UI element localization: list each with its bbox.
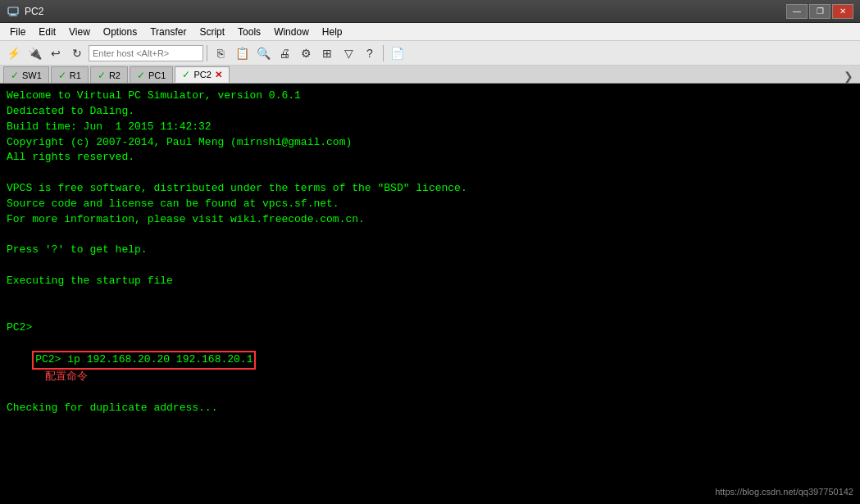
term-line-8: For more information, please visit wiki.…: [7, 212, 853, 228]
tab-pc1-check: ✓: [137, 70, 145, 81]
term-line-exec: Executing the startup file: [7, 274, 853, 289]
paste-button[interactable]: 📋: [232, 44, 252, 62]
menu-script[interactable]: Script: [193, 25, 231, 39]
tab-pc1[interactable]: ✓ PC1: [130, 66, 173, 83]
svg-rect-0: [8, 7, 18, 14]
tab-bar: ✓ SW1 ✓ R1 ✓ R2 ✓ PC1 ✓ PC2 ✕ ❯: [0, 66, 860, 84]
tab-pc2-close[interactable]: ✕: [215, 70, 222, 80]
tab-r1-label: R1: [70, 70, 81, 80]
tab-r2-check: ✓: [98, 70, 106, 81]
tab-r2[interactable]: ✓ R2: [90, 66, 128, 83]
terminal[interactable]: Welcome to Virtual PC Simulator, version…: [0, 84, 860, 504]
toolbar-separator-1: [207, 45, 207, 61]
tab-scroll-arrow[interactable]: ❯: [840, 70, 857, 83]
tab-r2-label: R2: [109, 70, 121, 80]
cmd-annotation: 配置命令: [45, 370, 88, 383]
window-controls: — ❐ ✕: [786, 4, 853, 19]
term-line-blank-2: [7, 228, 853, 243]
tab-pc1-label: PC1: [148, 70, 166, 80]
menu-help[interactable]: Help: [316, 25, 349, 39]
help-button[interactable]: ?: [360, 44, 380, 62]
close-button[interactable]: ✕: [832, 4, 853, 19]
tab-pc2-label: PC2: [193, 70, 211, 79]
svg-rect-2: [9, 15, 17, 16]
find-button[interactable]: 🔍: [253, 44, 273, 62]
menu-transfer[interactable]: Transfer: [143, 25, 193, 39]
term-line-blank-1: [7, 166, 853, 181]
term-cmd-line: PC2> ip 192.168.20.20 192.168.20.1 配置命令: [7, 336, 853, 401]
term-line-5: All rights reserved.: [7, 150, 853, 166]
print-button[interactable]: 🖨: [275, 44, 294, 62]
window-title: PC2: [25, 6, 786, 17]
url-watermark: https://blog.csdn.net/qq397750142: [715, 486, 853, 499]
filter-button[interactable]: ▽: [339, 44, 358, 62]
menu-edit[interactable]: Edit: [32, 25, 62, 39]
script-button[interactable]: 📄: [387, 44, 407, 62]
tab-r1-check: ✓: [58, 70, 66, 81]
term-line-press: Press '?' to get help.: [7, 243, 853, 258]
menu-bar: FileEditViewOptionsTransferScriptToolsWi…: [0, 23, 860, 41]
host-input[interactable]: [89, 45, 203, 61]
term-line-blank-5: [7, 305, 853, 320]
transfer-button[interactable]: ⊞: [317, 44, 337, 62]
tab-pc2[interactable]: ✓ PC2 ✕: [175, 66, 229, 83]
sync-button[interactable]: ↻: [67, 44, 87, 62]
term-line-blank-4: [7, 289, 853, 305]
menu-tools[interactable]: Tools: [231, 25, 267, 39]
tab-sw1-check: ✓: [11, 70, 19, 81]
tab-sw1-label: SW1: [22, 70, 42, 80]
tab-r1[interactable]: ✓ R1: [51, 66, 89, 83]
tab-pc2-check: ✓: [182, 69, 190, 80]
term-line-7: Source code and license can be found at …: [7, 197, 853, 212]
term-check-line: Checking for duplicate address...: [7, 401, 853, 416]
copy-button[interactable]: ⎘: [211, 44, 230, 62]
toolbar-separator-2: [383, 45, 384, 61]
menu-window[interactable]: Window: [267, 25, 316, 39]
term-line-blank-3: [7, 258, 853, 274]
connect-button[interactable]: 🔌: [25, 44, 44, 62]
title-bar: PC2 — ❐ ✕: [0, 0, 860, 23]
duplicate-button[interactable]: ↩: [46, 44, 66, 62]
toolbar: ⚡ 🔌 ↩ ↻ ⎘ 📋 🔍 🖨 ⚙ ⊞ ▽ ? 📄: [0, 41, 860, 66]
menu-file[interactable]: File: [3, 25, 32, 39]
restore-button[interactable]: ❐: [809, 4, 830, 19]
svg-rect-1: [11, 14, 16, 16]
term-line-4: Copyright (c) 2007-2014, Paul Meng (mirn…: [7, 135, 853, 151]
new-button[interactable]: ⚡: [3, 44, 23, 62]
settings-button[interactable]: ⚙: [296, 44, 316, 62]
app-icon: [7, 5, 20, 18]
term-line-1: Welcome to Virtual PC Simulator, version…: [7, 89, 853, 104]
term-prompt-1: PC2>: [7, 320, 853, 336]
term-line-6: VPCS is free software, distributed under…: [7, 181, 853, 197]
term-line-2: Dedicated to Daling.: [7, 104, 853, 120]
minimize-button[interactable]: —: [786, 4, 808, 19]
command-highlight: PC2> ip 192.168.20.20 192.168.20.1: [32, 351, 256, 370]
menu-view[interactable]: View: [62, 25, 97, 39]
tab-sw1[interactable]: ✓ SW1: [3, 66, 49, 83]
menu-options[interactable]: Options: [97, 25, 143, 39]
term-line-3: Build time: Jun 1 2015 11:42:32: [7, 120, 853, 135]
